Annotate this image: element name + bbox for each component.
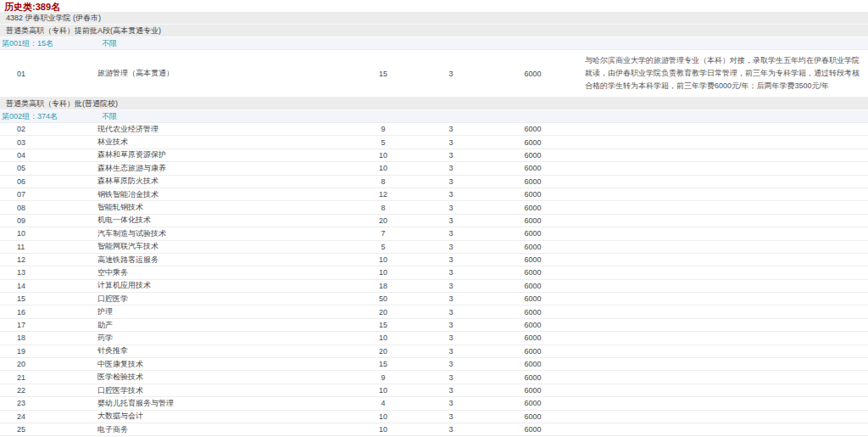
course-row: 09 机电一体化技术 20 3 6000 <box>0 215 868 227</box>
course-fee: 6000 <box>485 412 581 421</box>
course-duration: 3 <box>417 412 485 421</box>
course-row: 14 计算机应用技术 18 3 6000 <box>0 280 868 293</box>
course-major: 护理 <box>97 306 349 317</box>
course-major: 药学 <box>97 333 349 344</box>
course-row: 19 针灸推拿 20 3 6000 <box>0 345 868 358</box>
course-plan-count: 8 <box>349 177 417 186</box>
course-plan-count: 20 <box>349 216 417 225</box>
course-duration: 3 <box>417 268 485 277</box>
course-major: 婴幼儿托育服务与管理 <box>97 398 349 409</box>
course-fee: 6000 <box>485 282 581 290</box>
course-duration: 3 <box>417 255 485 264</box>
course-duration: 3 <box>417 425 485 434</box>
course-code: 21 <box>0 373 97 382</box>
course-rows-regular: 02 现代农业经济管理 9 3 6000 03 林业技术 5 3 6000 04… <box>0 123 868 436</box>
group-requirement: 不限 <box>100 37 117 49</box>
course-fee: 6000 <box>485 321 581 329</box>
course-major: 森林和草原资源保护 <box>97 149 349 160</box>
course-row: 10 汽车制造与试验技术 7 3 6000 <box>0 227 868 240</box>
course-fee: 6000 <box>485 243 581 251</box>
course-code: 22 <box>0 386 97 395</box>
course-code: 24 <box>0 412 97 421</box>
course-plan-count: 10 <box>349 412 417 421</box>
course-fee: 6000 <box>485 308 581 317</box>
course-code: 05 <box>0 164 97 172</box>
course-code: 14 <box>0 282 97 290</box>
course-code: 09 <box>0 216 97 225</box>
course-fee: 6000 <box>485 138 581 147</box>
course-fee: 6000 <box>485 177 581 186</box>
admission-plan-page: 历史类:389名 4382 伊春职业学院 (伊春市) 普通类高职（专科）提前批A… <box>0 0 868 437</box>
course-row: 01 旅游管理（高本贯通） 15 3 6000 与哈尔滨商业大学的旅游管理专业（… <box>0 50 868 98</box>
course-code: 06 <box>0 177 97 186</box>
course-row: 06 森林草原防火技术 8 3 6000 <box>0 176 868 188</box>
course-code: 12 <box>0 255 97 264</box>
category-title: 历史类:389名 <box>0 0 868 12</box>
course-duration: 3 <box>417 70 485 78</box>
course-major: 医学检验技术 <box>97 372 349 383</box>
course-plan-count: 10 <box>349 164 417 172</box>
course-plan-count: 50 <box>349 294 417 303</box>
course-row: 08 智能轧钢技术 8 3 6000 <box>0 201 868 214</box>
course-fee: 6000 <box>485 151 581 160</box>
course-plan-count: 7 <box>349 229 417 238</box>
group-label: 第001组：15名 <box>0 37 100 49</box>
course-major: 钢铁智能冶金技术 <box>97 189 349 200</box>
course-code: 16 <box>0 308 97 317</box>
group-label: 第002组：374名 <box>0 110 100 122</box>
course-duration: 3 <box>417 190 485 199</box>
course-row: 02 现代农业经济管理 9 3 6000 <box>0 123 868 136</box>
course-plan-count: 18 <box>349 282 417 290</box>
course-fee: 6000 <box>485 360 581 368</box>
course-major: 现代农业经济管理 <box>97 124 349 135</box>
course-major: 电子商务 <box>97 424 349 435</box>
school-header: 4382 伊春职业学院 (伊春市) <box>0 12 868 25</box>
course-row: 22 口腔医学技术 10 3 6000 <box>0 384 868 397</box>
course-row: 16 护理 20 3 6000 <box>0 305 868 318</box>
course-major: 汽车制造与试验技术 <box>97 228 349 239</box>
course-plan-count: 12 <box>349 190 417 199</box>
course-row: 05 森林生态旅游与康养 10 3 6000 <box>0 162 868 175</box>
course-rows-advance: 01 旅游管理（高本贯通） 15 3 6000 与哈尔滨商业大学的旅游管理专业（… <box>0 50 868 98</box>
course-fee: 6000 <box>485 373 581 382</box>
course-duration: 3 <box>417 177 485 186</box>
course-row: 03 林业技术 5 3 6000 <box>0 136 868 148</box>
course-code: 15 <box>0 294 97 303</box>
course-code: 20 <box>0 360 97 368</box>
course-row: 18 药学 10 3 6000 <box>0 332 868 345</box>
group-header-001: 第001组：15名 不限 <box>0 37 868 50</box>
course-duration: 3 <box>417 386 485 395</box>
course-major: 智能轧钢技术 <box>97 202 349 213</box>
course-major: 针灸推拿 <box>97 345 349 356</box>
course-code: 02 <box>0 125 97 133</box>
course-code: 23 <box>0 399 97 407</box>
course-code: 10 <box>0 229 97 238</box>
course-duration: 3 <box>417 216 485 225</box>
course-fee: 6000 <box>485 333 581 342</box>
course-code: 18 <box>0 333 97 342</box>
course-duration: 3 <box>417 151 485 160</box>
course-plan-count: 5 <box>349 138 417 147</box>
course-duration: 3 <box>417 229 485 238</box>
course-duration: 3 <box>417 333 485 342</box>
course-row: 25 电子商务 10 3 6000 <box>0 423 868 436</box>
course-major: 大数据与会计 <box>97 411 349 422</box>
course-plan-count: 8 <box>349 204 417 212</box>
course-major: 高速铁路客运服务 <box>97 255 349 266</box>
course-major: 森林草原防火技术 <box>97 176 349 187</box>
group-requirement: 不限 <box>100 110 117 122</box>
course-plan-count: 20 <box>349 347 417 356</box>
course-fee: 6000 <box>485 190 581 199</box>
course-fee: 6000 <box>485 164 581 172</box>
course-plan-count: 4 <box>349 399 417 407</box>
course-major: 口腔医学技术 <box>97 385 349 396</box>
course-fee: 6000 <box>485 216 581 225</box>
course-code: 08 <box>0 204 97 212</box>
course-fee: 6000 <box>485 347 581 356</box>
course-code: 25 <box>0 425 97 434</box>
course-plan-count: 10 <box>349 151 417 160</box>
course-plan-count: 15 <box>349 360 417 368</box>
course-plan-count: 15 <box>349 321 417 329</box>
batch-header-regular: 普通类高职（专科）批(普通院校) <box>0 98 868 110</box>
group-header-002: 第002组：374名 不限 <box>0 110 868 123</box>
